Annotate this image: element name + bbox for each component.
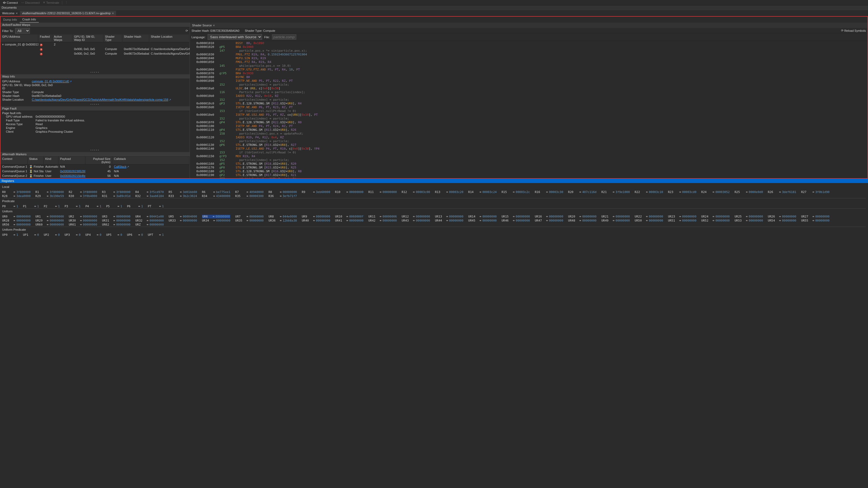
uniform-title: Uniform	[2, 208, 866, 215]
register-item: UR15=00000000	[501, 215, 530, 219]
register-item: UR45=00000000	[468, 219, 497, 223]
reload-symbols-button[interactable]: ⟳ Reload Symbols	[841, 29, 866, 32]
tab-shader-source[interactable]: Shader Source ✕	[190, 23, 217, 28]
language-select[interactable]: Sass interleaved with Source	[208, 34, 262, 40]
code-line[interactable]: 152 particles[index] = particle;	[190, 158, 867, 162]
table-row[interactable]: ✕ 0x900, 0x0, 0x5 Compute 0xe8672e35ebab…	[1, 47, 190, 52]
document-tabs: Welcome ✕ vkaftermathtestkhr-22812-20230…	[0, 10, 868, 16]
col-active-warps[interactable]: Active Warps	[52, 34, 72, 42]
register-item: UR4=00441e00	[135, 215, 164, 219]
code-line[interactable]: 152 particles[index] = particle;	[190, 83, 867, 87]
code-line[interactable]: 0x00001100 ISETP.NE.AND P4, PT, R24, RZ,…	[190, 124, 867, 128]
register-item: UR40=00000000	[302, 219, 330, 223]
code-line[interactable]: 0x000010d0 ISETP.NE.AND P6, PT, R23, RZ,…	[190, 105, 867, 109]
code-line[interactable]: 0x000010b0 IADD3 R22, R12, 0x10, RZ	[190, 94, 867, 98]
code-line[interactable]: 0x00001070@!P5 BRA 0x1030	[190, 72, 867, 75]
resize-handle[interactable]: •••••	[1, 102, 190, 106]
filter-select[interactable]: All	[15, 28, 30, 34]
register-item: R25=0000e0d0	[735, 190, 763, 194]
register-item: UR3=00000000	[102, 215, 131, 219]
connect-button[interactable]: Connect	[1, 1, 20, 5]
register-item: UP2=0	[44, 233, 60, 237]
code-line[interactable]: 0x00001080 BSYNC B0	[190, 75, 867, 79]
code-line[interactable]: 0x00001110@P4 STG.E.STRONG.SM [R13.U32+U…	[190, 128, 867, 132]
code-line[interactable]: 0x00001040 MUFU.SIN R19, R19	[190, 57, 867, 60]
code-line[interactable]: 0x00001140 ISETP.LE.U32.AND P4, PT, R19,…	[190, 147, 867, 151]
col-gpu-address[interactable]: GPU Address	[1, 34, 38, 42]
code-line[interactable]: 0x00001030 FMUL.FTZ R19, R4, 0.159154936…	[190, 53, 867, 57]
subtab-dump-info[interactable]: Dump Info	[1, 17, 20, 22]
code-line[interactable]: 0x00001170@P0 STG.E.STRONG.SM [R15.U32+U…	[190, 166, 867, 170]
code-line[interactable]: 0x000010f0@P4 STG.E.128.STRONG.SM [R22.U…	[190, 121, 867, 124]
filter-row: Filter To: All ⟳	[1, 27, 190, 34]
register-item: UP0=1	[2, 233, 18, 237]
terminate-button: ✕ Terminate	[41, 0, 61, 5]
code-line[interactable]: 0x00001010 BSSY B0, 0x1090	[190, 41, 867, 45]
code-line[interactable]: 0x00001060 FSETP.GTU.FTZ.AND P5, PT, R4,…	[190, 68, 867, 72]
register-item: P0=1	[2, 204, 18, 208]
code-line[interactable]: 0x000010a0 ULDC.64 UR8, c[0x0][0x30]	[190, 87, 867, 91]
code-line[interactable]: 0x00001180@P1 STG.E.128.STRONG.SM [R16.U…	[190, 170, 867, 173]
close-icon[interactable]: ✕	[213, 24, 215, 27]
shader-code-area[interactable]: 0x00001010 BSSY B0, 0x10900x00001020@P5 …	[190, 41, 867, 178]
register-item: UR8=044e0000	[269, 215, 297, 219]
gpu-address-link[interactable]: compute_01 @ 0x000011d0	[32, 80, 69, 83]
code-line[interactable]: 152 particles[index] = particle;	[190, 98, 867, 102]
col-shader-type[interactable]: Shader Type	[103, 34, 122, 42]
register-item: R7=40940000	[235, 190, 264, 194]
code-line[interactable]: 116 Particle particle = particles[index]…	[190, 91, 867, 94]
code-line[interactable]: 0x00001130@P6 STG.E.STRONG.SM [R14.U32+U…	[190, 143, 867, 147]
code-line[interactable]: 0x00001050 FMUL.FTZ R4, R19, R4	[190, 60, 867, 64]
register-item: R10=00000000	[335, 190, 364, 194]
code-line[interactable]: 145 while(particle.pos.x <= 10.0)	[190, 64, 867, 68]
subtab-crash-info[interactable]: Crash Info	[20, 17, 39, 23]
file-input[interactable]	[272, 34, 296, 39]
code-line[interactable]: 153 if (tdrControl.nullPtrRead != 0)	[190, 177, 867, 178]
uniform-predicate-grid: UP0=1UP1=0UP2=0UP3=0UP4=0UP5=0UP6=0UPT=1	[2, 233, 866, 237]
filter-label: Filter To:	[2, 29, 13, 33]
resize-handle[interactable]: •••••	[1, 70, 190, 74]
register-item: R2=3f800000	[69, 190, 97, 194]
register-item: UR25=00000000	[735, 215, 763, 219]
register-item: R24=00003052	[701, 190, 730, 194]
table-row[interactable]: ▾compute_01 @ 0x000011d0 ✕ 2	[1, 42, 190, 47]
shader-location-link[interactable]: C:/sw/devtools/Agora/Dev/Grfx/Shared/GCD…	[32, 98, 168, 101]
table-row[interactable]: ✕ 0x900, 0x2, 0x0 Compute 0xe8672e35ebab…	[1, 52, 190, 56]
code-line[interactable]: 158 particles[index].pos.x = updatePosX;	[190, 132, 867, 136]
code-line[interactable]: 152 particles[index] = particle;	[190, 117, 867, 121]
disconnect-icon	[21, 1, 24, 4]
tab-dump[interactable]: vkaftermathtestkhr-22812-20230310_163633…	[20, 11, 116, 15]
code-line[interactable]: 153 if (tdrControl.nullPtrRead != 0)	[190, 151, 867, 155]
uniform-predicate-title: Uniform Predicate	[2, 227, 866, 233]
code-line[interactable]: 0x00001160@P5 STG.E.STRONG.SM [R18.U32+U…	[190, 162, 867, 166]
code-line[interactable]: 0x00001120 IADD3 R19, P4, R12, 0x4, RZ	[190, 136, 867, 139]
predicate-title: Predicate	[2, 198, 866, 204]
code-line[interactable]: 0x00001150@!P3 MOV R19, R4	[190, 155, 867, 158]
code-line[interactable]: 0x00001090 ISETP.NE.AND P5, PT, R22, RZ,…	[190, 79, 867, 83]
code-line[interactable]: 0x000010e0 ISETP.NE.U32.AND P3, PT, RZ, …	[190, 113, 867, 117]
code-line[interactable]: 153 if (tdrControl.nullPtrRead != 0)	[190, 109, 867, 113]
table-row[interactable]: CommandQueue 1⌛ FinishedAutomaticN/A0Cal…	[1, 164, 190, 169]
code-line[interactable]: 0x00001020@P5 BRA 0x1080	[190, 45, 867, 49]
refresh-icon[interactable]: ⟳	[186, 29, 188, 33]
col-shader-location[interactable]: Shader Location	[149, 34, 190, 42]
tree-toggle-icon[interactable]: ▾	[2, 43, 5, 46]
close-icon[interactable]: ✕	[112, 12, 114, 15]
register-item: R16=00003c30	[535, 190, 563, 194]
code-line[interactable]: 0x000010c0@P3 STG.E.128.STRONG.SM [R12.U…	[190, 102, 867, 105]
col-faulted[interactable]: Faulted	[38, 34, 52, 42]
code-line[interactable]: 147 particle.pos.x *= sin(particle.pos.x…	[190, 49, 867, 53]
menu-button[interactable]: ⋮	[63, 0, 69, 5]
shader-info-row: Shader Hash: E8672E35EBABA0A0 Shader Typ…	[190, 28, 867, 33]
fault-icon: ✕	[40, 43, 42, 46]
table-row[interactable]: CommandQueue 2⌛ FinishedUser0x0000028215…	[1, 174, 190, 178]
close-icon[interactable]: ✕	[16, 12, 18, 15]
col-shader-hash[interactable]: Shader Hash	[122, 34, 149, 42]
external-link-icon: ↗	[69, 80, 72, 83]
code-line[interactable]: 0x00001190@P2 STG.E.STRONG.SM [R17.U32+U…	[190, 173, 867, 177]
table-row[interactable]: CommandQueue 1⏳ Not StartedUser0x0000028…	[1, 169, 190, 174]
tab-welcome[interactable]: Welcome ✕	[0, 11, 20, 15]
code-line[interactable]: 152 particles[index] = particle;	[190, 139, 867, 143]
col-gpuid[interactable]: GPU ID, SM ID, Warp ID	[72, 34, 103, 42]
resize-handle[interactable]: •••••	[1, 148, 190, 152]
